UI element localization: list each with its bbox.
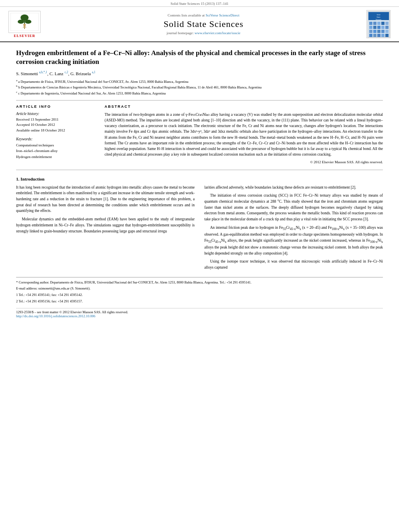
svg-rect-22 (381, 26, 385, 29)
svg-point-3 (18, 20, 24, 24)
svg-point-4 (25, 20, 31, 24)
elsevier-logo-image (8, 11, 41, 33)
svg-rect-24 (369, 30, 372, 33)
journal-header: ELSEVIER Contents lists available at Sci… (0, 7, 399, 42)
journal-thumbnail-block: Solid State Sciences (364, 10, 393, 38)
keyword-1: Computational techniques (16, 142, 97, 148)
homepage-prefix: journal homepage: (167, 31, 193, 35)
svg-rect-18 (385, 22, 389, 25)
affiliation-a: a a Departamento de Física, IFISUR, Univ… (16, 78, 383, 84)
article-history-block: Article history: Received 13 September 2… (16, 112, 97, 134)
history-label: Article history: (16, 112, 97, 116)
svg-rect-25 (373, 30, 376, 33)
intro-right-para-4: Using the isotope tracer technique, it w… (204, 259, 383, 270)
authors-line: S. Simonetti a,b,*,1, C. Lanz c,2, G. Br… (16, 70, 383, 76)
affiliations-block: a a Departamento de Física, IFISUR, Univ… (16, 78, 383, 96)
intro-left-text: It has long been recognized that the int… (16, 185, 195, 234)
intro-right-para-3: An internal friction peak due to hydroge… (204, 225, 383, 256)
body-divider (16, 170, 383, 170)
abstract-text: The interaction of two-hydrogen atoms in… (105, 112, 383, 158)
doi-link[interactable]: http://dx.doi.org/10.1016/j.solidstatesc… (16, 314, 95, 318)
intro-right-para-2: The initiation of stress corrosion crack… (204, 193, 383, 222)
svg-rect-20 (373, 26, 376, 29)
elsevier-label: ELSEVIER (14, 34, 35, 38)
svg-text:State: State (376, 16, 380, 18)
article-info-column: ARTICLE INFO Article history: Received 1… (16, 105, 97, 164)
homepage-url[interactable]: www.elsevier.com/locate/ssscie (195, 31, 241, 35)
section-1-title: 1. Introduction (16, 177, 383, 181)
often-text: often (67, 191, 75, 195)
svg-rect-26 (377, 30, 380, 33)
keyword-2: Iron–nickel–chromium alloy (16, 148, 97, 154)
svg-rect-27 (381, 30, 385, 33)
introduction-body: It has long been recognized that the int… (16, 185, 383, 271)
svg-text:Sciences: Sciences (375, 19, 381, 21)
svg-point-5 (23, 24, 26, 26)
intro-right-col: larities affected adversely, while bound… (204, 185, 383, 271)
article-info-label: ARTICLE INFO (16, 105, 97, 109)
svg-rect-29 (369, 34, 372, 37)
affiliation-c: c c Departamento de Ingeniería, Universi… (16, 90, 383, 96)
svg-rect-33 (385, 34, 389, 37)
journal-center-block: Contents lists available at SciVerse Sci… (47, 13, 360, 35)
footnote-3: 2 Tel.: +54 291 4595156; fax: +54 291 45… (16, 299, 383, 304)
accepted-date: Accepted 10 October 2012 (16, 122, 97, 128)
keywords-block: Keywords: Computational techniques Iron–… (16, 137, 97, 160)
svg-text:Solid: Solid (376, 14, 380, 16)
doi-line: http://dx.doi.org/10.1016/j.solidstatesc… (16, 314, 383, 318)
sciverse-line: Contents lists available at SciVerse Sci… (47, 13, 360, 17)
svg-rect-32 (381, 34, 385, 37)
abstract-label: ABSTRACT (105, 105, 383, 109)
intro-para-2: Molecular dynamics and the embedded-atom… (16, 216, 195, 234)
svg-rect-30 (373, 34, 376, 37)
svg-rect-23 (385, 26, 389, 29)
svg-rect-16 (377, 22, 380, 25)
available-date: Available online 18 October 2012 (16, 128, 97, 134)
intro-right-text: larities affected adversely, while bound… (204, 185, 383, 271)
issn-line: 1293-2558/$ – see front matter © 2012 El… (16, 310, 383, 314)
sciverse-link[interactable]: SciVerse ScienceDirect (206, 13, 239, 17)
svg-rect-17 (381, 22, 385, 25)
article-body: Hydrogen embrittlement of a Fe–Cr–Ni all… (0, 42, 399, 326)
journal-banner: Solid State Sciences 15 (2013) 137–141 (0, 0, 399, 7)
journal-reference: Solid State Sciences 15 (2013) 137–141 (171, 2, 228, 6)
elsevier-logo-block: ELSEVIER (6, 11, 43, 38)
svg-rect-21 (377, 26, 380, 29)
svg-rect-19 (369, 26, 372, 29)
footnote-1: * Corresponding author. Departamento de … (16, 280, 383, 286)
intro-right-para-1: larities affected adversely, while bound… (204, 185, 383, 191)
abstract-content: The interaction of two-hydrogen atoms in… (105, 113, 383, 157)
homepage-line: journal homepage: www.elsevier.com/locat… (47, 31, 360, 35)
svg-rect-28 (385, 30, 389, 33)
svg-rect-15 (373, 22, 376, 25)
footnote-email: E-mail address: ssimonetti@uns.edu.ar (S… (16, 286, 383, 292)
abstract-column: ABSTRACT The interaction of two-hydrogen… (105, 105, 383, 164)
svg-rect-14 (369, 22, 372, 25)
journal-thumbnail: Solid State Sciences (366, 10, 391, 38)
footnote-2: 1 Tel.: +54 291 4595141; fax: +54 291 45… (16, 292, 383, 298)
received-date: Received 13 September 2011 (16, 117, 97, 123)
bottom-bar: 1293-2558/$ – see front matter © 2012 El… (16, 308, 383, 320)
intro-para-1: It has long been recognized that the int… (16, 185, 195, 214)
footnotes-section: * Corresponding author. Departamento de … (16, 277, 383, 304)
article-title: Hydrogen embrittlement of a Fe–Cr–Ni all… (16, 49, 383, 66)
keywords-label: Keywords: (16, 137, 97, 141)
copyright-line: © 2012 Elsevier Masson SAS. All rights r… (105, 160, 383, 164)
keyword-3: Hydrogen embrittlement (16, 154, 97, 160)
keywords-list: Computational techniques Iron–nickel–chr… (16, 142, 97, 160)
affiliation-b: b b Departamentos de Ciencias Básicas e … (16, 84, 383, 90)
svg-rect-31 (377, 34, 380, 37)
journal-title: Solid State Sciences (47, 19, 360, 29)
sciverse-prefix: Contents lists available at (168, 13, 205, 17)
intro-left-col: It has long been recognized that the int… (16, 185, 195, 271)
info-abstract-section: ARTICLE INFO Article history: Received 1… (16, 105, 383, 164)
header-divider (16, 100, 383, 101)
